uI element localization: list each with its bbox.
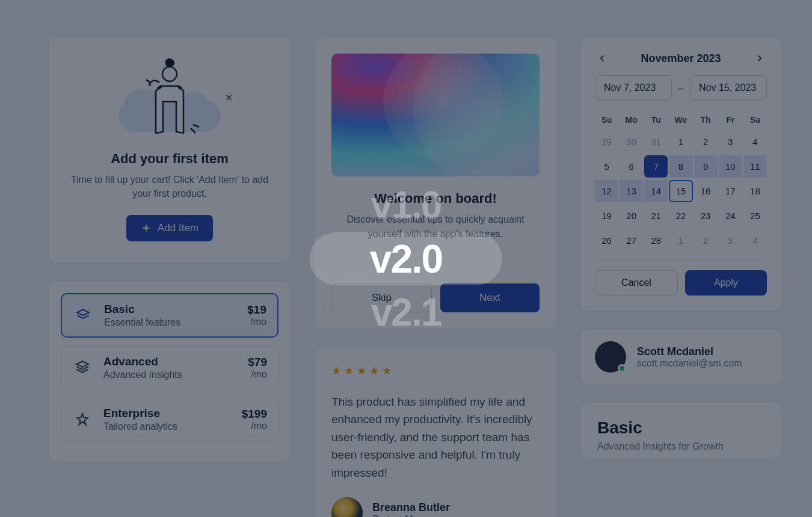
user-email: scott.mcdaniel@sm.com xyxy=(637,358,742,369)
calendar-day[interactable]: 3 xyxy=(719,131,742,153)
calendar-day[interactable]: 30 xyxy=(620,131,643,153)
calendar-day[interactable]: 19 xyxy=(595,205,618,227)
calendar-day[interactable]: 7 xyxy=(644,155,668,178)
plan-price: $19 xyxy=(247,303,266,317)
close-decoration: ✕ xyxy=(225,92,233,104)
star-icon: ★ xyxy=(382,364,392,377)
calendar-day[interactable]: 8 xyxy=(669,155,692,178)
calendar-day[interactable]: 31 xyxy=(644,131,668,153)
plan-period: /mo xyxy=(242,421,267,432)
plan-name: Advanced xyxy=(103,355,237,368)
star-rating: ★★★★★ xyxy=(331,364,540,377)
calendar-day[interactable]: 4 xyxy=(743,229,767,252)
calendar-day[interactable]: 20 xyxy=(620,205,643,227)
plans-card: Basic Essential features $19 /mo Advance… xyxy=(48,280,291,462)
empty-subtitle: Time to fill up your cart! Click 'Add It… xyxy=(66,173,274,200)
online-indicator-icon xyxy=(618,364,626,373)
plan-option-enterprise[interactable]: Enterprise Tailored analytics $199 /mo xyxy=(61,398,278,441)
basic-title: Basic xyxy=(597,418,764,438)
calendar-day[interactable]: 13 xyxy=(620,180,643,202)
dow-header: Mo xyxy=(620,111,643,128)
calendar-day[interactable]: 26 xyxy=(595,229,618,252)
calendar-day[interactable]: 22 xyxy=(669,205,692,227)
calendar-day[interactable]: 25 xyxy=(743,205,767,227)
plan-price: $79 xyxy=(248,356,267,369)
add-item-label: Add Item xyxy=(158,222,198,234)
calendar-day[interactable]: 29 xyxy=(595,131,618,153)
calendar-day[interactable]: 2 xyxy=(694,229,718,252)
date-range-picker: November 2023 Nov 7, 2023 – Nov 15, 2023… xyxy=(580,36,782,312)
calendar-day[interactable]: 6 xyxy=(620,155,643,178)
onboarding-title: Welcome on board! xyxy=(331,191,540,206)
calendar-day[interactable]: 27 xyxy=(620,229,643,252)
calendar-day[interactable]: 28 xyxy=(644,229,668,252)
add-item-button[interactable]: Add Item xyxy=(126,215,213,241)
calendar-month: November 2023 xyxy=(641,52,721,65)
calendar-day[interactable]: 10 xyxy=(719,155,742,178)
star-icon: ★ xyxy=(369,364,379,377)
plan-option-basic[interactable]: Basic Essential features $19 /mo xyxy=(61,293,278,338)
dow-header: Su xyxy=(595,111,618,128)
plan-period: /mo xyxy=(247,317,266,327)
empty-state-card: ✕ Add your first item Time to fill up yo… xyxy=(48,36,291,264)
next-month-button[interactable] xyxy=(752,51,767,66)
plan-description: Tailored analytics xyxy=(103,421,231,432)
onboarding-card: Welcome on board! Discover essential tip… xyxy=(314,36,557,330)
next-button[interactable]: Next xyxy=(440,283,540,312)
calendar-day[interactable]: 1 xyxy=(669,131,692,153)
basic-subtitle: Advanced Insights for Growth xyxy=(597,441,764,452)
basic-plan-card: Basic Advanced Insights for Growth xyxy=(580,402,782,460)
cancel-button[interactable]: Cancel xyxy=(595,270,678,296)
calendar-day[interactable]: 1 xyxy=(669,229,692,252)
plan-description: Advanced Insights xyxy=(103,370,237,380)
calendar-day[interactable]: 21 xyxy=(644,205,668,227)
onboarding-image xyxy=(331,54,540,176)
chevron-right-icon xyxy=(754,53,765,64)
apply-button[interactable]: Apply xyxy=(685,270,767,296)
dow-header: Fr xyxy=(719,111,742,128)
plan-price: $199 xyxy=(242,407,267,421)
start-date-input[interactable]: Nov 7, 2023 xyxy=(595,75,672,101)
calendar-day[interactable]: 3 xyxy=(719,229,742,252)
plan-name: Enterprise xyxy=(103,407,231,420)
calendar-day[interactable]: 4 xyxy=(743,131,767,153)
date-range-dash: – xyxy=(678,82,684,94)
dow-header: Sa xyxy=(743,111,767,128)
calendar-day[interactable]: 9 xyxy=(694,155,718,178)
calendar-day[interactable]: 12 xyxy=(595,180,618,202)
calendar-day[interactable]: 11 xyxy=(743,155,767,178)
star-icon: ★ xyxy=(331,364,341,377)
layers-icon xyxy=(72,358,93,378)
calendar-day[interactable]: 16 xyxy=(694,180,718,202)
plan-option-advanced[interactable]: Advanced Advanced Insights $79 /mo xyxy=(61,346,278,389)
dow-header: We xyxy=(669,111,692,128)
calendar-day[interactable]: 14 xyxy=(644,180,668,202)
calendar-day[interactable]: 23 xyxy=(694,205,718,227)
user-avatar xyxy=(595,341,626,373)
prev-month-button[interactable] xyxy=(595,51,609,66)
layers-icon xyxy=(72,409,93,430)
plan-name: Basic xyxy=(104,303,236,316)
author-role: Project Manager xyxy=(372,514,450,517)
calendar-day[interactable]: 15 xyxy=(669,180,692,202)
user-card[interactable]: Scott Mcdaniel scott.mcdaniel@sm.com xyxy=(580,329,782,385)
calendar-day[interactable]: 5 xyxy=(595,155,618,178)
star-icon: ★ xyxy=(344,364,354,377)
end-date-input[interactable]: Nov 15, 2023 xyxy=(690,75,767,101)
calendar-day[interactable]: 17 xyxy=(719,180,742,202)
calendar-day[interactable]: 24 xyxy=(719,205,742,227)
onboarding-subtitle: Discover essential tips to quickly acqua… xyxy=(331,212,540,241)
testimonial-author: Breanna Butler Project Manager xyxy=(331,497,540,517)
dow-header: Th xyxy=(694,111,718,128)
star-icon: ★ xyxy=(357,364,366,377)
author-avatar xyxy=(331,497,363,517)
illustration: ✕ xyxy=(106,56,233,140)
person-illustration-icon xyxy=(131,56,209,140)
calendar-day[interactable]: 18 xyxy=(743,180,767,202)
plan-description: Essential features xyxy=(104,317,236,328)
calendar-day[interactable]: 2 xyxy=(694,131,718,153)
empty-title: Add your first item xyxy=(66,151,274,167)
dow-header: Tu xyxy=(644,111,668,128)
user-name: Scott Mcdaniel xyxy=(637,345,742,358)
skip-button[interactable]: Skip xyxy=(331,283,432,312)
